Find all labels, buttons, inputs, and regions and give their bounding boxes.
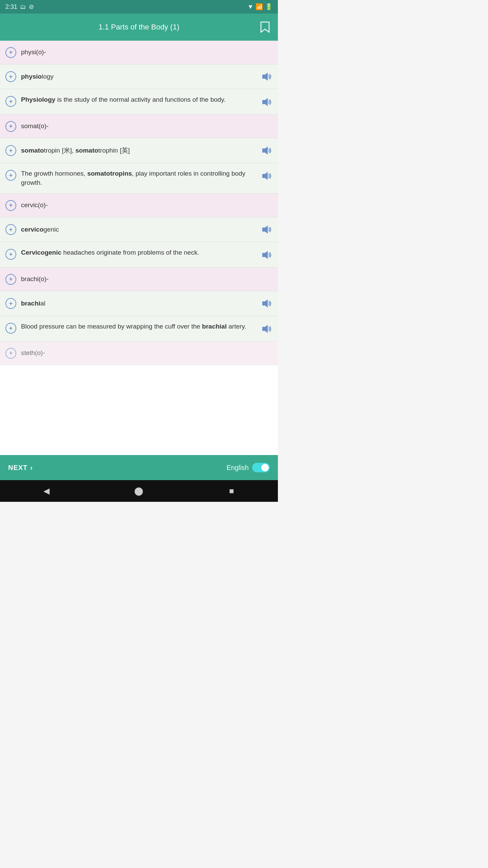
- svg-marker-1: [262, 98, 268, 106]
- next-button[interactable]: NEXT ›: [8, 464, 33, 472]
- svg-marker-7: [262, 325, 268, 333]
- list-item: + Cervicogenic headaches originate from …: [0, 242, 278, 268]
- sound-icon[interactable]: [260, 249, 272, 261]
- item-text: The growth hormones, somatotropins, play…: [21, 169, 256, 187]
- time: 2:31: [5, 3, 17, 11]
- wifi-icon: ▼: [247, 3, 253, 11]
- header: 1.1 Parts of the Body (1): [0, 14, 278, 41]
- recents-icon: ■: [229, 486, 234, 496]
- item-text: somatotropin [米], somatotrophin [英]: [21, 146, 256, 155]
- sound-icon[interactable]: [260, 297, 272, 310]
- bottom-bar: NEXT › English: [0, 455, 278, 480]
- list-item: + cervic(o)-: [0, 194, 278, 217]
- status-bar: 2:31 🗂 ⊘ ▼ 📶 🔋: [0, 0, 278, 14]
- next-chevron-icon: ›: [30, 464, 33, 472]
- item-text: Physiology is the study of the normal ac…: [21, 95, 256, 104]
- list-item: + somatotropin [米], somatotrophin [英]: [0, 138, 278, 163]
- content-list: + physi(o)- + physiology + Physiology is…: [0, 41, 278, 455]
- recents-button[interactable]: ■: [223, 483, 240, 499]
- back-icon: ◀: [43, 486, 49, 496]
- add-icon[interactable]: +: [5, 249, 16, 260]
- add-icon[interactable]: +: [5, 274, 16, 285]
- english-label: English: [226, 464, 249, 472]
- item-text: Blood pressure can be measured by wrappi…: [21, 322, 256, 331]
- add-icon[interactable]: +: [5, 71, 16, 82]
- list-item: + cervicogenic: [0, 217, 278, 242]
- add-icon[interactable]: +: [5, 121, 16, 132]
- page-title: 1.1 Parts of the Body (1): [99, 23, 179, 32]
- item-text: steth(o)-: [21, 349, 272, 358]
- item-text: cervicogenic: [21, 225, 256, 234]
- svg-marker-5: [262, 251, 268, 259]
- sound-icon[interactable]: [260, 170, 272, 182]
- add-icon[interactable]: +: [5, 96, 16, 107]
- do-not-disturb-icon: ⊘: [29, 3, 34, 11]
- item-text: brachial: [21, 299, 256, 308]
- home-button[interactable]: ⬤: [131, 483, 147, 499]
- item-text: brachi(o)-: [21, 275, 272, 284]
- list-item: + brachial: [0, 291, 278, 316]
- item-text: cervic(o)-: [21, 201, 272, 210]
- add-icon[interactable]: +: [5, 323, 16, 334]
- add-icon[interactable]: +: [5, 200, 16, 211]
- sound-icon[interactable]: [260, 96, 272, 108]
- sim-icon: 🗂: [20, 3, 26, 11]
- list-item: + brachi(o)-: [0, 268, 278, 291]
- add-icon[interactable]: +: [5, 170, 16, 181]
- item-text: somat(o)-: [21, 122, 272, 131]
- add-icon[interactable]: +: [5, 145, 16, 156]
- add-icon[interactable]: +: [5, 47, 16, 58]
- list-item: + The growth hormones, somatotropins, pl…: [0, 163, 278, 194]
- signal-icon: 📶: [256, 3, 263, 11]
- add-icon[interactable]: +: [5, 298, 16, 309]
- svg-marker-3: [262, 172, 268, 180]
- home-icon: ⬤: [134, 486, 143, 496]
- nav-bar: ◀ ⬤ ■: [0, 480, 278, 502]
- sound-icon[interactable]: [260, 144, 272, 157]
- sound-icon[interactable]: [260, 223, 272, 236]
- status-right: ▼ 📶 🔋: [247, 3, 272, 11]
- svg-marker-0: [262, 73, 268, 81]
- svg-marker-2: [262, 146, 268, 155]
- add-icon[interactable]: +: [5, 224, 16, 235]
- item-text: Cervicogenic headaches originate from pr…: [21, 248, 256, 257]
- svg-marker-6: [262, 299, 268, 308]
- svg-marker-4: [262, 225, 268, 234]
- list-item: + physi(o)-: [0, 41, 278, 64]
- list-item: + physiology: [0, 64, 278, 89]
- sound-icon[interactable]: [260, 71, 272, 83]
- bookmark-icon[interactable]: [259, 21, 271, 33]
- battery-icon: 🔋: [265, 3, 272, 11]
- toggle-switch[interactable]: [252, 463, 270, 472]
- list-item: + Physiology is the study of the normal …: [0, 89, 278, 115]
- list-item: + somat(o)-: [0, 115, 278, 138]
- back-button[interactable]: ◀: [38, 483, 55, 499]
- add-icon[interactable]: +: [5, 348, 16, 359]
- sound-icon[interactable]: [260, 323, 272, 335]
- next-label: NEXT: [8, 464, 27, 472]
- list-item: + Blood pressure can be measured by wrap…: [0, 316, 278, 341]
- item-text: physi(o)-: [21, 48, 272, 57]
- english-toggle[interactable]: English: [226, 463, 270, 472]
- list-item: + steth(o)-: [0, 341, 278, 365]
- item-text: physiology: [21, 72, 256, 81]
- status-left: 2:31 🗂 ⊘: [5, 3, 34, 11]
